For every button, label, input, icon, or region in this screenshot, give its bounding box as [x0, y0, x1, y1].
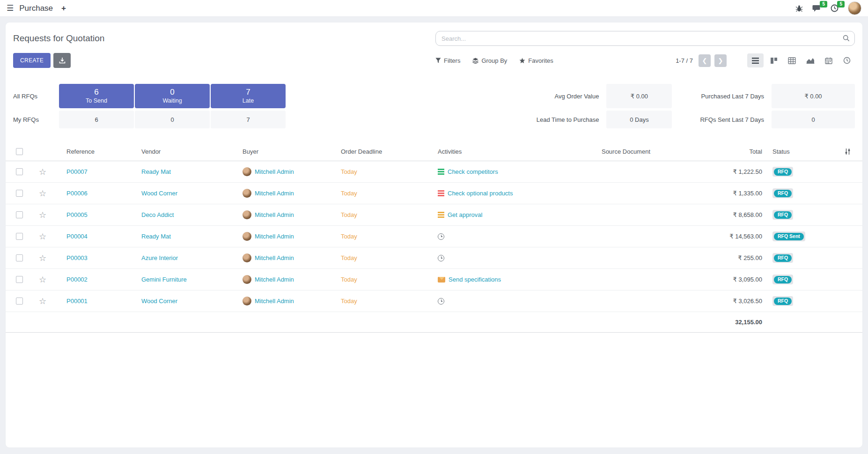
optional-columns-icon[interactable] — [844, 148, 851, 155]
buyer-link[interactable]: Mitchell Admin — [255, 168, 294, 175]
clock-icon[interactable] — [438, 255, 444, 261]
calendar-view-icon — [825, 57, 832, 64]
column-header-total[interactable]: Total — [694, 148, 769, 155]
app-title[interactable]: Purchase — [19, 4, 53, 13]
create-button[interactable]: CREATE — [13, 53, 51, 68]
my-rfqs-to-send-cell[interactable]: 6 — [59, 111, 134, 128]
graph-view-button[interactable] — [802, 53, 818, 67]
column-header-activities[interactable]: Activities — [434, 148, 558, 155]
favorites-button[interactable]: Favorites — [519, 57, 553, 64]
activity-link[interactable]: Get approval — [448, 211, 482, 218]
favorite-star-icon[interactable]: ☆ — [39, 168, 46, 176]
buyer-link[interactable]: Mitchell Admin — [255, 233, 294, 240]
all-rfqs-late-button[interactable]: 7 Late — [211, 84, 286, 108]
buyer-link[interactable]: Mitchell Admin — [255, 190, 294, 197]
table-row[interactable]: ☆ P00007 Ready Mat Mitchell Admin Today … — [6, 161, 862, 183]
select-all-checkbox[interactable] — [16, 148, 23, 155]
table-row[interactable]: ☆ P00003 Azure Interior Mitchell Admin T… — [6, 247, 862, 269]
favorite-star-icon[interactable]: ☆ — [39, 254, 46, 262]
list-view-button[interactable] — [747, 53, 764, 67]
status-badge: RFQ — [772, 188, 793, 198]
my-rfqs-late-cell[interactable]: 7 — [211, 111, 286, 128]
apps-menu-icon[interactable]: ☰ — [7, 3, 14, 13]
main-content-card: Requests for Quotation CREATE Filters — [6, 22, 862, 447]
buyer-link[interactable]: Mitchell Admin — [255, 298, 294, 305]
row-checkbox[interactable] — [16, 233, 23, 240]
reference-link[interactable]: P00001 — [66, 298, 88, 305]
activity-link[interactable]: Send specifications — [449, 276, 501, 283]
column-header-order-deadline[interactable]: Order Deadline — [337, 148, 434, 155]
star-icon — [519, 58, 525, 64]
vendor-link[interactable]: Ready Mat — [141, 168, 171, 175]
vendor-link[interactable]: Wood Corner — [141, 298, 177, 305]
tasks-yellow-icon[interactable] — [438, 212, 444, 218]
row-checkbox[interactable] — [16, 298, 23, 305]
my-rfqs-waiting-cell[interactable]: 0 — [135, 111, 210, 128]
table-row[interactable]: ☆ P00001 Wood Corner Mitchell Admin Toda… — [6, 290, 862, 312]
vendor-link[interactable]: Azure Interior — [141, 254, 178, 261]
new-tab-plus-button[interactable]: + — [61, 4, 66, 13]
reference-link[interactable]: P00006 — [66, 190, 88, 197]
column-header-reference[interactable]: Reference — [52, 148, 138, 155]
table-row[interactable]: ☆ P00005 Deco Addict Mitchell Admin Toda… — [6, 204, 862, 226]
vendor-link[interactable]: Deco Addict — [141, 211, 174, 218]
user-avatar[interactable] — [848, 1, 861, 15]
reference-link[interactable]: P00002 — [66, 276, 88, 283]
table-row[interactable]: ☆ P00004 Ready Mat Mitchell Admin Today … — [6, 226, 862, 247]
vendor-link[interactable]: Ready Mat — [141, 233, 171, 240]
column-header-vendor[interactable]: Vendor — [138, 148, 239, 155]
group-by-button[interactable]: Group By — [472, 57, 507, 64]
vendor-link[interactable]: Wood Corner — [141, 190, 177, 197]
messages-icon[interactable]: 5 — [812, 4, 821, 12]
reference-link[interactable]: P00003 — [66, 254, 88, 261]
reference-link[interactable]: P00007 — [66, 168, 88, 175]
pivot-view-button[interactable] — [784, 53, 800, 67]
debug-bug-icon[interactable] — [795, 5, 803, 12]
avg-order-value-label: Avg Order Value — [537, 93, 599, 100]
download-icon — [59, 57, 66, 64]
row-checkbox[interactable] — [16, 190, 23, 197]
favorite-star-icon[interactable]: ☆ — [39, 211, 46, 219]
buyer-link[interactable]: Mitchell Admin — [255, 211, 294, 218]
table-row[interactable]: ☆ P00002 Gemini Furniture Mitchell Admin… — [6, 269, 862, 290]
reference-link[interactable]: P00005 — [66, 211, 88, 218]
kanban-view-button[interactable] — [765, 53, 782, 67]
row-checkbox[interactable] — [16, 276, 23, 283]
favorite-star-icon[interactable]: ☆ — [39, 189, 46, 198]
vendor-link[interactable]: Gemini Furniture — [141, 276, 187, 283]
tasks-green-icon[interactable] — [438, 169, 444, 175]
tasks-red-icon[interactable] — [438, 190, 444, 196]
activities-clock-icon[interactable]: 5 — [831, 4, 839, 12]
activity-link[interactable]: Check optional products — [448, 190, 513, 197]
activity-link[interactable]: Check competitors — [448, 168, 498, 175]
pager-next-button[interactable]: ❯ — [714, 54, 727, 67]
pager-previous-button[interactable]: ❮ — [699, 54, 711, 67]
buyer-link[interactable]: Mitchell Admin — [255, 276, 294, 283]
search-icon[interactable] — [843, 35, 850, 42]
filters-button[interactable]: Filters — [435, 57, 460, 64]
column-header-buyer[interactable]: Buyer — [239, 148, 337, 155]
clock-icon[interactable] — [438, 298, 444, 305]
row-checkbox[interactable] — [16, 168, 23, 175]
export-button[interactable] — [53, 53, 71, 68]
column-header-status[interactable]: Status — [769, 148, 830, 155]
buyer-link[interactable]: Mitchell Admin — [255, 254, 294, 261]
column-header-source-document[interactable]: Source Document — [558, 148, 694, 155]
all-rfqs-to-send-button[interactable]: 6 To Send — [59, 84, 134, 108]
total-amount: ₹ 3,026.50 — [733, 298, 763, 305]
favorite-star-icon[interactable]: ☆ — [39, 275, 46, 284]
clock-icon[interactable] — [438, 233, 444, 240]
order-deadline-value: Today — [341, 233, 357, 240]
favorite-star-icon[interactable]: ☆ — [39, 297, 46, 305]
activity-view-button[interactable] — [839, 53, 855, 67]
favorite-star-icon[interactable]: ☆ — [39, 232, 46, 241]
row-checkbox[interactable] — [16, 211, 23, 218]
table-row[interactable]: ☆ P00006 Wood Corner Mitchell Admin Toda… — [6, 183, 862, 204]
page-title: Requests for Quotation — [13, 33, 435, 44]
search-input[interactable] — [435, 31, 855, 46]
all-rfqs-waiting-button[interactable]: 0 Waiting — [135, 84, 210, 108]
reference-link[interactable]: P00004 — [66, 233, 88, 240]
row-checkbox[interactable] — [16, 254, 23, 261]
calendar-view-button[interactable] — [820, 53, 837, 67]
envelope-icon[interactable] — [438, 277, 445, 283]
